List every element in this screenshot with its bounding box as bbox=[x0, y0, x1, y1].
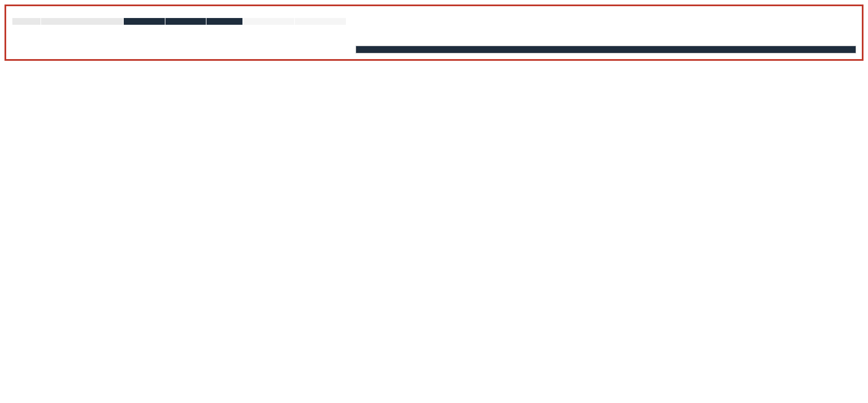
rating-key-layout bbox=[356, 17, 856, 39]
matrix-section bbox=[356, 46, 856, 53]
th-risk bbox=[41, 18, 123, 25]
th-level bbox=[206, 18, 243, 25]
rating-key-section bbox=[356, 17, 856, 39]
right-section bbox=[356, 17, 856, 53]
main-layout bbox=[12, 17, 856, 53]
th-ref bbox=[12, 18, 41, 25]
left-section bbox=[12, 17, 347, 53]
th-likelihood bbox=[165, 18, 206, 25]
risk-table bbox=[12, 17, 347, 25]
outer-border bbox=[5, 5, 863, 61]
th-phase bbox=[242, 18, 294, 25]
th-party bbox=[294, 18, 346, 25]
th-severity bbox=[123, 18, 165, 25]
rating-key-label bbox=[356, 17, 389, 39]
matrix-severity-header bbox=[356, 46, 856, 53]
